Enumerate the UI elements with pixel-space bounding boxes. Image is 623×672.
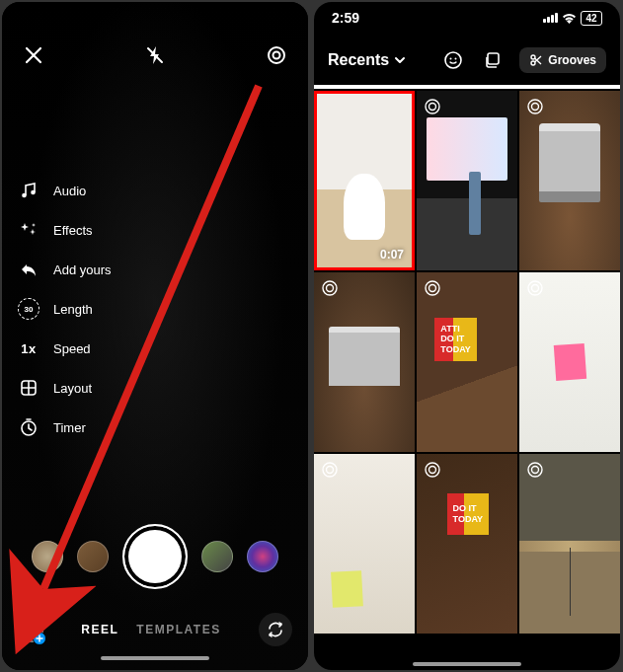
burst-icon xyxy=(424,279,441,297)
effect-thumb[interactable] xyxy=(32,541,63,572)
length-tool[interactable]: 30 Length xyxy=(18,298,112,320)
video-duration: 0:07 xyxy=(380,248,404,261)
wifi-icon xyxy=(562,13,577,24)
record-button[interactable] xyxy=(122,524,188,589)
add-yours-label: Add yours xyxy=(53,262,112,277)
burst-icon xyxy=(526,461,544,479)
length-badge-icon: 30 xyxy=(18,298,39,320)
reply-arrow-icon xyxy=(18,259,39,280)
media-cell[interactable] xyxy=(519,91,620,270)
effects-label: Effects xyxy=(53,223,93,238)
svg-point-16 xyxy=(532,104,539,111)
home-indicator[interactable] xyxy=(101,656,209,660)
grooves-button[interactable]: Grooves xyxy=(519,47,606,73)
home-indicator[interactable] xyxy=(413,662,521,666)
media-cell[interactable]: 0:07 xyxy=(314,91,415,270)
media-cell[interactable] xyxy=(314,454,415,634)
svg-point-28 xyxy=(532,467,539,474)
svg-point-19 xyxy=(426,281,439,295)
media-cell[interactable] xyxy=(519,272,620,452)
create-tools-menu: Audio Effects Add yours 30 Length 1x Spe… xyxy=(18,180,112,438)
svg-point-8 xyxy=(450,58,452,60)
effect-thumb[interactable] xyxy=(201,541,233,572)
add-yours-tool[interactable]: Add yours xyxy=(18,259,112,280)
reel-camera-screen: 2:59 42 Audio Effects xyxy=(2,2,308,670)
svg-point-21 xyxy=(528,281,542,295)
mode-tabs: REEL TEMPLATES xyxy=(73,623,229,636)
media-grid: 0:07 xyxy=(314,85,620,634)
svg-point-2 xyxy=(22,193,27,198)
music-note-icon xyxy=(18,180,39,201)
close-button[interactable] xyxy=(20,41,47,69)
status-bar: 2:59 42 xyxy=(314,2,620,30)
timer-tool[interactable]: Timer xyxy=(18,416,112,438)
svg-point-25 xyxy=(426,463,439,477)
effect-thumb[interactable] xyxy=(77,541,109,572)
status-time: 2:59 xyxy=(332,10,359,26)
svg-point-20 xyxy=(429,285,436,292)
sparkle-icon xyxy=(18,219,39,241)
signal-icon xyxy=(543,13,558,23)
speed-tool[interactable]: 1x Speed xyxy=(18,337,112,359)
media-cell[interactable] xyxy=(417,91,517,270)
media-cell[interactable] xyxy=(314,272,415,452)
timer-label: Timer xyxy=(53,420,86,435)
timer-icon xyxy=(18,416,39,438)
battery-icon: 42 xyxy=(581,11,602,26)
media-cell[interactable] xyxy=(417,272,517,452)
flash-off-button[interactable] xyxy=(141,41,169,69)
chevron-down-icon xyxy=(394,54,406,66)
layout-grid-icon xyxy=(18,377,39,399)
svg-point-9 xyxy=(455,58,457,60)
burst-icon xyxy=(424,98,441,115)
grooves-label: Grooves xyxy=(548,53,596,67)
open-gallery-button[interactable] xyxy=(18,617,43,642)
audio-label: Audio xyxy=(53,184,86,198)
svg-point-14 xyxy=(429,104,436,111)
svg-point-24 xyxy=(327,467,334,474)
burst-icon xyxy=(526,279,544,297)
gallery-picker-screen: 2:59 42 Recents Grooves 0:07 xyxy=(314,2,620,670)
effect-thumb[interactable] xyxy=(247,541,278,572)
settings-button[interactable] xyxy=(263,41,290,69)
speed-icon: 1x xyxy=(18,337,39,359)
album-name: Recents xyxy=(328,51,389,69)
svg-point-26 xyxy=(429,467,436,474)
svg-point-3 xyxy=(31,190,36,195)
svg-point-1 xyxy=(273,52,280,59)
svg-point-7 xyxy=(445,52,461,68)
svg-point-22 xyxy=(532,285,539,292)
layout-label: Layout xyxy=(53,381,92,396)
multi-select-button[interactable] xyxy=(480,47,506,73)
svg-point-27 xyxy=(528,463,542,477)
svg-point-0 xyxy=(269,47,284,63)
audio-tool[interactable]: Audio xyxy=(18,180,112,201)
svg-rect-10 xyxy=(488,53,499,64)
scissors-icon xyxy=(529,53,543,67)
speed-label: Speed xyxy=(53,341,91,356)
svg-point-17 xyxy=(323,281,337,295)
face-filter-button[interactable] xyxy=(440,47,466,73)
effects-tool[interactable]: Effects xyxy=(18,219,112,241)
flip-camera-icon xyxy=(266,620,285,639)
layout-tool[interactable]: Layout xyxy=(18,377,112,399)
tab-templates[interactable]: TEMPLATES xyxy=(136,623,220,636)
effect-carousel[interactable] xyxy=(18,524,292,589)
svg-point-23 xyxy=(323,463,337,477)
svg-point-15 xyxy=(528,100,542,113)
length-label: Length xyxy=(53,302,93,317)
svg-point-13 xyxy=(426,100,439,113)
svg-point-18 xyxy=(327,285,334,292)
media-cell[interactable] xyxy=(519,454,620,634)
flip-camera-button[interactable] xyxy=(259,613,292,646)
burst-icon xyxy=(321,279,339,297)
album-dropdown[interactable]: Recents xyxy=(328,51,406,69)
media-cell[interactable] xyxy=(417,454,517,634)
burst-icon xyxy=(424,461,441,479)
plus-badge-icon xyxy=(33,632,46,645)
burst-icon xyxy=(526,98,544,115)
burst-icon xyxy=(321,461,339,479)
tab-reel[interactable]: REEL xyxy=(81,623,118,636)
